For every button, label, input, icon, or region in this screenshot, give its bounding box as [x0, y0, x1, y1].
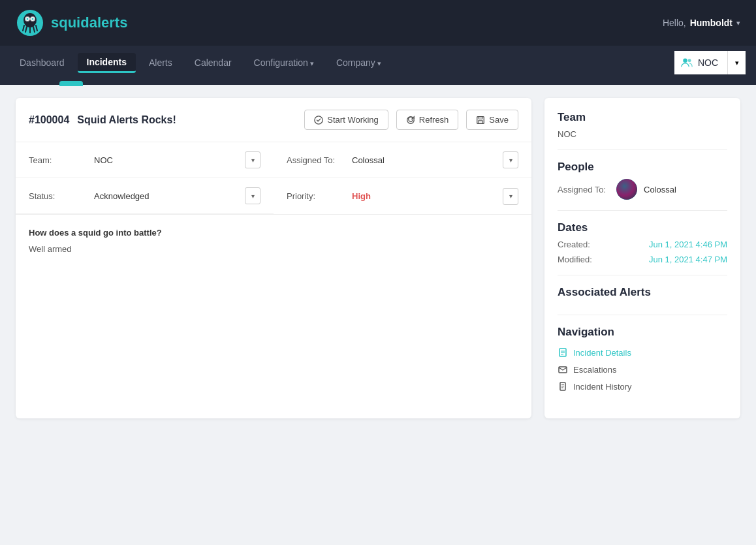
- assigned-label: Assigned To:: [287, 155, 345, 165]
- assigned-field: Assigned To: Colossal ▾: [274, 142, 531, 178]
- nav-link-escalations[interactable]: Escalations: [558, 361, 727, 378]
- logo-icon: [16, 8, 44, 37]
- nav-item-alerts[interactable]: Alerts: [140, 54, 181, 72]
- sidebar-alerts-section: Associated Alerts: [558, 275, 727, 315]
- people-icon: [681, 57, 693, 68]
- notes-answer: Well armed: [29, 244, 518, 254]
- logo-text: squidalerts: [51, 14, 127, 31]
- top-bar: squidalerts Hello, Humboldt ▾: [0, 0, 756, 46]
- sidebar-navigation-section: Navigation Incident Details: [558, 315, 727, 405]
- save-button[interactable]: Save: [466, 110, 518, 130]
- assigned-select[interactable]: Colossal ▾: [352, 151, 518, 168]
- sidebar-dates-title: Dates: [558, 221, 727, 234]
- priority-select[interactable]: High ▾: [352, 188, 518, 205]
- status-field: Status: Acknowledged ▾: [16, 178, 274, 214]
- priority-value: High: [352, 191, 497, 201]
- sidebar: Team NOC People Assigned To: Colossal Da…: [544, 98, 740, 418]
- incident-header: #100004 Squid Alerts Rocks! Start Workin…: [16, 98, 531, 142]
- nav-item-configuration[interactable]: Configuration: [245, 54, 323, 72]
- escalations-label: Escalations: [573, 365, 616, 375]
- svg-point-14: [683, 58, 687, 63]
- noc-area: NOC ▾: [674, 51, 746, 74]
- username[interactable]: Humboldt: [690, 18, 732, 28]
- noc-label: NOC: [698, 57, 718, 68]
- status-select[interactable]: Acknowledged ▾: [94, 187, 260, 204]
- created-label: Created:: [558, 240, 590, 249]
- team-value: NOC: [94, 155, 240, 165]
- notes-question: How does a squid go into battle?: [29, 228, 518, 238]
- priority-dropdown-arrow[interactable]: ▾: [503, 188, 518, 205]
- nav-item-dashboard[interactable]: Dashboard: [10, 54, 74, 72]
- sidebar-assigned-label: Assigned To:: [558, 185, 610, 195]
- main-content: #100004 Squid Alerts Rocks! Start Workin…: [0, 85, 756, 431]
- logo-area: squidalerts: [16, 8, 127, 37]
- assigned-dropdown-arrow[interactable]: ▾: [503, 151, 518, 168]
- sidebar-team-value: NOC: [558, 129, 727, 139]
- incident-form: Team: NOC ▾ Assigned To: Colossal ▾ Stat…: [16, 142, 531, 215]
- svg-point-4: [27, 18, 29, 20]
- user-chevron-icon[interactable]: ▾: [736, 19, 740, 27]
- team-select[interactable]: NOC ▾: [94, 151, 260, 168]
- sidebar-alerts-title: Associated Alerts: [558, 286, 727, 299]
- team-field: Team: NOC ▾: [16, 142, 274, 178]
- status-label: Status:: [29, 191, 87, 201]
- incident-details-icon: [558, 347, 568, 358]
- nav-link-incident-history[interactable]: Incident History: [558, 378, 727, 395]
- nav-link-incident-details[interactable]: Incident Details: [558, 344, 727, 361]
- user-area: Hello, Humboldt ▾: [663, 18, 740, 28]
- sidebar-assigned-name: Colossal: [644, 185, 676, 195]
- sidebar-nav-title: Navigation: [558, 326, 727, 339]
- sidebar-dates-section: Dates Created: Jun 1, 2021 4:46 PM Modif…: [558, 211, 727, 275]
- refresh-button[interactable]: Refresh: [396, 110, 459, 130]
- start-working-icon: [314, 116, 323, 125]
- nav-item-incidents[interactable]: Incidents: [78, 53, 136, 73]
- incident-number: #100004: [29, 114, 69, 126]
- avatar: [616, 179, 637, 200]
- sidebar-people-section: People Assigned To: Colossal: [558, 150, 727, 211]
- svg-point-5: [32, 18, 34, 20]
- assigned-value: Colossal: [352, 155, 497, 165]
- greeting-text: Hello,: [663, 18, 686, 28]
- noc-button[interactable]: NOC: [674, 51, 727, 74]
- incident-history-icon: [558, 381, 568, 392]
- incident-history-label: Incident History: [573, 382, 632, 392]
- modified-row: Modified: Jun 1, 2021 4:47 PM: [558, 255, 727, 264]
- incidents-tab-indicator: [59, 81, 83, 86]
- incident-details-label: Incident Details: [573, 348, 631, 358]
- incident-card: #100004 Squid Alerts Rocks! Start Workin…: [16, 98, 531, 418]
- svg-point-15: [688, 59, 691, 62]
- created-value: Jun 1, 2021 4:46 PM: [649, 240, 727, 249]
- secondary-nav: Dashboard Incidents Alerts Calendar Conf…: [0, 46, 756, 80]
- nav-item-calendar[interactable]: Calendar: [185, 54, 241, 72]
- status-value: Acknowledged: [94, 191, 240, 201]
- svg-rect-18: [479, 116, 482, 119]
- modified-value: Jun 1, 2021 4:47 PM: [649, 255, 727, 264]
- priority-label: Priority:: [287, 191, 345, 201]
- start-working-button[interactable]: Start Working: [304, 110, 388, 130]
- avatar-image: [616, 179, 637, 200]
- team-label: Team:: [29, 155, 87, 165]
- sidebar-people-title: People: [558, 161, 727, 174]
- incident-title: Squid Alerts Rocks!: [77, 114, 296, 126]
- nav-item-company[interactable]: Company: [327, 54, 390, 72]
- save-icon: [476, 116, 485, 125]
- sidebar-team-section: Team NOC: [558, 111, 727, 150]
- team-dropdown-arrow[interactable]: ▾: [245, 151, 260, 168]
- noc-dropdown-arrow[interactable]: ▾: [727, 51, 746, 74]
- notes-area: How does a squid go into battle? Well ar…: [16, 215, 531, 267]
- people-row: Assigned To: Colossal: [558, 179, 727, 200]
- escalations-icon: [558, 364, 568, 375]
- refresh-icon: [406, 116, 415, 125]
- modified-label: Modified:: [558, 255, 592, 264]
- priority-field: Priority: High ▾: [274, 178, 531, 214]
- sidebar-team-title: Team: [558, 111, 727, 124]
- created-row: Created: Jun 1, 2021 4:46 PM: [558, 240, 727, 249]
- status-dropdown-arrow[interactable]: ▾: [245, 187, 260, 204]
